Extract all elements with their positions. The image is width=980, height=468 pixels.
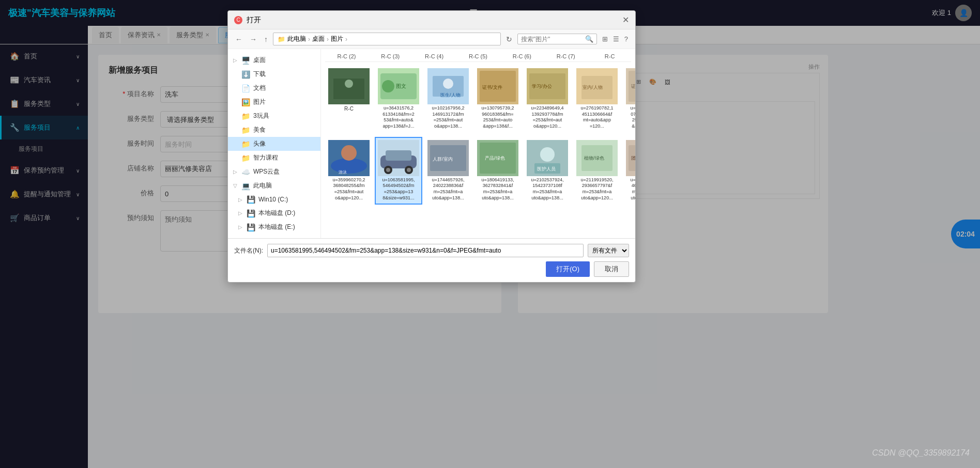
file-item-1[interactable]: 图文 u=36431576,26133418&fm=253&fmt=auto&a… xyxy=(375,65,422,133)
file-item-12[interactable]: 植物/绿色 u=2119919520,2936657797&fm=253&fmt… xyxy=(573,137,621,205)
nav-up-btn[interactable]: ↑ xyxy=(262,34,270,44)
file-name-8: u=1063581995,546494502&fm=253&app=138&si… xyxy=(382,177,415,201)
folder-d-label: 本地磁盘 (D:) xyxy=(258,209,295,217)
file-name-2: u=102167956,2146913172&fm=253&fmt=auto&a… xyxy=(432,105,465,130)
open-button[interactable]: 打开(O) xyxy=(546,261,590,277)
breadcrumb-folder-icon: 📁 xyxy=(278,36,285,43)
file-thumb-7: 游泳 xyxy=(328,140,370,176)
folder-item-pictures[interactable]: 🖼️ 图片 xyxy=(228,95,320,109)
folder-e-label: 本地磁盘 (E:) xyxy=(258,223,295,231)
svg-point-5 xyxy=(382,80,394,92)
file-item-7[interactable]: 游泳 u=359960270,2368048255&fm=253&fmt=aut… xyxy=(325,137,373,205)
svg-text:证件/文本: 证件/文本 xyxy=(631,84,635,89)
folder-item-toys[interactable]: 📁 3玩具 xyxy=(228,109,320,123)
svg-text:人群/室内: 人群/室内 xyxy=(433,157,453,162)
download-icon: ⬇️ xyxy=(241,70,250,79)
folder-pc-label: 此电脑 xyxy=(253,181,272,190)
col-rc7: R-C (7) xyxy=(544,53,587,59)
folder-item-food[interactable]: 📁 美食 xyxy=(228,123,320,137)
file-item-3[interactable]: 证书/文件 u=130795739,296018385&fm=253&fmt=a… xyxy=(474,65,522,133)
svg-point-2 xyxy=(345,80,353,88)
folder-item-download[interactable]: ⬇️ 下载 xyxy=(228,67,320,81)
nav-refresh-btn[interactable]: ↻ xyxy=(504,34,514,44)
file-dialog: C 打开 ✕ ← → ↑ 📁 此电脑 › 桌面 › 图片 › ↻ 🔍 xyxy=(227,10,636,283)
view-help-btn[interactable]: ? xyxy=(622,34,630,44)
file-name-11: u=2102537924,15423737108fm=253&fmt=auto&… xyxy=(531,177,564,201)
col-rc5: R-C (5) xyxy=(457,53,500,59)
folder-item-avatar[interactable]: 📁 头像 xyxy=(228,137,320,151)
file-item-8[interactable]: u=1063581995,546494502&fm=253&app=138&si… xyxy=(375,137,422,205)
breadcrumb-pictures: 图片 xyxy=(331,35,343,43)
svg-rect-29 xyxy=(386,150,411,161)
folder-item-d[interactable]: ▷ 💾 本地磁盘 (D:) xyxy=(228,206,320,220)
folder-item-wps[interactable]: ▷ ☁️ WPS云盘 xyxy=(228,165,320,179)
pc-icon: 💻 xyxy=(241,182,250,190)
svg-text:医生/人物: 医生/人物 xyxy=(440,92,461,98)
food-icon: 📁 xyxy=(241,126,250,134)
search-box: 🔍 xyxy=(517,34,597,44)
file-item-13[interactable]: 团队/人物 u=2956309605,4667039608&fm=253&fmt… xyxy=(623,137,635,205)
cancel-button[interactable]: 取消 xyxy=(594,261,629,277)
dialog-close-btn[interactable]: ✕ xyxy=(622,15,629,25)
file-item-11[interactable]: 医护人员 u=2102537924,15423737108fm=253&fmt=… xyxy=(524,137,571,205)
file-name-7: u=359960270,2368048255&fm=253&fmt=auto&a… xyxy=(333,177,365,201)
breadcrumb-bar: 📁 此电脑 › 桌面 › 图片 › xyxy=(273,33,501,45)
file-name-13: u=2956309605,4667039608&fm=253&fmt=auto&… xyxy=(631,177,635,201)
svg-point-41 xyxy=(540,147,555,162)
folder-wps-label: WPS云盘 xyxy=(253,167,280,176)
svg-point-32 xyxy=(386,168,390,172)
filename-input[interactable] xyxy=(267,244,584,257)
folder-desktop-label: 桌面 xyxy=(253,56,266,65)
col-rc6: R-C (6) xyxy=(500,53,543,59)
file-thumb-1: 图文 xyxy=(378,68,419,104)
file-item-10[interactable]: 产品/绿色 u=1806419133,3627832841&fm=253&fmt… xyxy=(474,137,522,205)
nav-back-btn[interactable]: ← xyxy=(233,34,244,44)
file-name-rc: R-C xyxy=(344,105,354,112)
search-icon: 🔍 xyxy=(585,35,593,43)
folder-item-course[interactable]: 📁 智力课程 xyxy=(228,151,320,165)
filetype-select[interactable]: 所有文件 xyxy=(588,244,629,257)
file-thumb-10: 产品/绿色 xyxy=(477,140,518,176)
col-rc4: R-C (4) xyxy=(413,53,456,59)
svg-point-25 xyxy=(341,145,357,161)
search-input[interactable] xyxy=(521,36,583,43)
disk-d-icon: 💾 xyxy=(247,209,255,217)
view-large-icon-btn[interactable]: ⊞ xyxy=(600,34,610,44)
file-item-2[interactable]: 医生/人物 u=102167956,2146913172&fm=253&fmt=… xyxy=(424,65,472,133)
dialog-buttons: 打开(O) 取消 xyxy=(234,261,629,277)
folder-item-desktop[interactable]: ▷ 🖥️ 桌面 xyxy=(228,53,320,67)
nav-forward-btn[interactable]: → xyxy=(248,34,259,44)
folder-c-label: Win10 (C:) xyxy=(258,196,288,203)
file-item-6[interactable]: 证件/文本 u=351339383,807948182&fm=253&fmt=a… xyxy=(623,65,635,133)
pictures-icon: 🖼️ xyxy=(241,98,250,106)
folder-item-e[interactable]: ▷ 💾 本地磁盘 (E:) xyxy=(228,220,320,234)
svg-text:医护人员: 医护人员 xyxy=(537,166,556,171)
folder-item-documents[interactable]: 📄 文档 xyxy=(228,81,320,95)
toys-icon: 📁 xyxy=(241,112,250,120)
file-name-10: u=1806419133,3627832841&fm=253&fmt=auto&… xyxy=(482,177,514,201)
file-thumb-12: 植物/绿色 xyxy=(576,140,618,176)
file-item-9[interactable]: 人群/室内 u=1744657926,2402238836&fm=253&fmt… xyxy=(424,137,472,205)
file-thumb-11: 医护人员 xyxy=(527,140,568,176)
view-list-btn[interactable]: ☰ xyxy=(611,34,621,44)
folder-item-c[interactable]: ▷ 💾 Win10 (C:) xyxy=(228,193,320,206)
svg-text:图文: 图文 xyxy=(396,83,406,89)
desktop-icon: 🖥️ xyxy=(241,56,250,65)
file-item-4[interactable]: 学习/办公 u=223489649,4139293778&fm=253&fmt=… xyxy=(524,65,571,133)
disk-c-icon: 💾 xyxy=(247,195,255,204)
folder-item-pc[interactable]: ▽ 💻 此电脑 xyxy=(228,179,320,193)
documents-icon: 📄 xyxy=(241,84,250,92)
file-item-5[interactable]: 室内/人物 u=276190782,14511306664&fmt=auto&a… xyxy=(573,65,621,133)
svg-point-33 xyxy=(407,168,411,172)
file-item-rc[interactable]: R-C xyxy=(325,65,373,133)
folder-pictures-label: 图片 xyxy=(253,98,266,106)
folder-course-label: 智力课程 xyxy=(253,153,278,162)
file-thumb-rc xyxy=(328,68,370,104)
dialog-title-left: C 打开 xyxy=(234,15,261,25)
dialog-body: ▷ 🖥️ 桌面 ⬇️ 下载 📄 文档 🖼️ 图片 xyxy=(228,49,635,238)
svg-text:室内/人物: 室内/人物 xyxy=(583,85,603,90)
breadcrumb-desktop: 桌面 xyxy=(312,35,325,43)
filename-label: 文件名(N): xyxy=(234,246,263,255)
file-thumb-13: 团队/人物 xyxy=(626,140,635,176)
col-rc3: R-C (3) xyxy=(369,53,412,59)
